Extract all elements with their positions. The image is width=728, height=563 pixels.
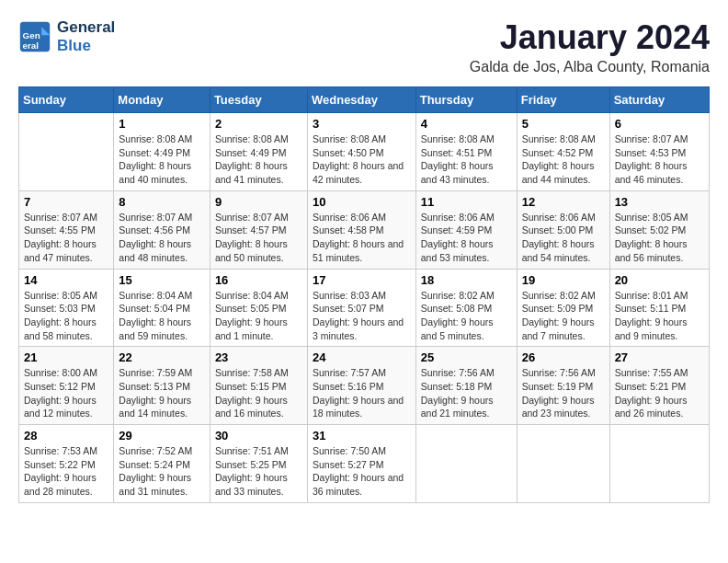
day-info: Sunrise: 7:59 AMSunset: 5:13 PMDaylight:… [119, 366, 205, 420]
calendar-cell: 2Sunrise: 8:08 AMSunset: 4:49 PMDaylight… [210, 113, 307, 191]
day-number: 31 [313, 429, 411, 442]
calendar-cell: 28Sunrise: 7:53 AMSunset: 5:22 PMDayligh… [19, 425, 114, 503]
calendar-cell: 16Sunrise: 8:04 AMSunset: 5:05 PMDayligh… [210, 269, 307, 347]
weekday-header-row: SundayMondayTuesdayWednesdayThursdayFrid… [19, 87, 710, 113]
page-header: Gen eral General Blue January 2024 Galda… [18, 18, 710, 75]
calendar-cell: 19Sunrise: 8:02 AMSunset: 5:09 PMDayligh… [517, 269, 609, 347]
calendar-cell [415, 425, 517, 503]
day-number: 17 [313, 273, 411, 287]
svg-text:eral: eral [23, 40, 40, 51]
day-number: 1 [119, 117, 205, 131]
calendar-week-row: 14Sunrise: 8:05 AMSunset: 5:03 PMDayligh… [19, 269, 710, 347]
day-number: 25 [421, 350, 512, 364]
day-number: 16 [215, 273, 302, 287]
day-info: Sunrise: 7:56 AMSunset: 5:18 PMDaylight:… [421, 366, 512, 420]
day-number: 27 [615, 350, 704, 364]
day-number: 19 [522, 273, 605, 287]
day-number: 14 [24, 273, 108, 287]
day-number: 26 [522, 350, 605, 364]
day-info: Sunrise: 8:02 AMSunset: 5:08 PMDaylight:… [421, 289, 512, 343]
logo: Gen eral General Blue [18, 18, 115, 55]
calendar-title: January 2024 [470, 18, 710, 57]
day-info: Sunrise: 8:08 AMSunset: 4:52 PMDaylight:… [522, 132, 605, 187]
calendar-cell: 17Sunrise: 8:03 AMSunset: 5:07 PMDayligh… [307, 269, 415, 347]
calendar-cell: 26Sunrise: 7:56 AMSunset: 5:19 PMDayligh… [517, 347, 609, 425]
calendar-cell [517, 425, 609, 503]
day-number: 28 [24, 429, 108, 442]
day-info: Sunrise: 8:05 AMSunset: 5:02 PMDaylight:… [615, 211, 704, 265]
day-info: Sunrise: 8:03 AMSunset: 5:07 PMDaylight:… [313, 289, 411, 343]
day-number: 30 [215, 429, 302, 442]
day-info: Sunrise: 7:57 AMSunset: 5:16 PMDaylight:… [313, 366, 411, 420]
calendar-cell [19, 113, 114, 191]
calendar-week-row: 7Sunrise: 8:07 AMSunset: 4:55 PMDaylight… [19, 190, 710, 269]
day-info: Sunrise: 8:04 AMSunset: 5:04 PMDaylight:… [119, 289, 205, 343]
day-number: 18 [421, 273, 512, 287]
day-info: Sunrise: 7:56 AMSunset: 5:19 PMDaylight:… [522, 366, 605, 420]
day-number: 21 [24, 350, 108, 364]
calendar-cell [609, 425, 709, 503]
day-info: Sunrise: 8:05 AMSunset: 5:03 PMDaylight:… [24, 289, 108, 343]
day-number: 8 [119, 195, 205, 209]
calendar-cell: 5Sunrise: 8:08 AMSunset: 4:52 PMDaylight… [517, 113, 609, 191]
calendar-cell: 30Sunrise: 7:51 AMSunset: 5:25 PMDayligh… [210, 425, 307, 503]
day-number: 22 [119, 350, 205, 364]
day-number: 2 [215, 117, 302, 131]
calendar-cell: 22Sunrise: 7:59 AMSunset: 5:13 PMDayligh… [114, 347, 210, 425]
weekday-header-monday: Monday [114, 87, 210, 113]
logo-text: General Blue [57, 18, 115, 55]
day-number: 10 [313, 195, 411, 209]
calendar-cell: 24Sunrise: 7:57 AMSunset: 5:16 PMDayligh… [307, 347, 415, 425]
calendar-cell: 9Sunrise: 8:07 AMSunset: 4:57 PMDaylight… [210, 190, 307, 269]
calendar-cell: 13Sunrise: 8:05 AMSunset: 5:02 PMDayligh… [609, 190, 709, 269]
day-info: Sunrise: 7:58 AMSunset: 5:15 PMDaylight:… [215, 366, 302, 420]
day-number: 15 [119, 273, 205, 287]
logo-icon: Gen eral [18, 20, 51, 53]
day-number: 6 [615, 117, 704, 131]
calendar-subtitle: Galda de Jos, Alba County, Romania [470, 59, 710, 75]
calendar-week-row: 28Sunrise: 7:53 AMSunset: 5:22 PMDayligh… [19, 425, 710, 503]
day-info: Sunrise: 8:00 AMSunset: 5:12 PMDaylight:… [24, 366, 108, 420]
calendar-cell: 27Sunrise: 7:55 AMSunset: 5:21 PMDayligh… [609, 347, 709, 425]
weekday-header-sunday: Sunday [19, 87, 114, 113]
svg-text:Gen: Gen [23, 30, 40, 40]
day-info: Sunrise: 8:07 AMSunset: 4:57 PMDaylight:… [215, 211, 302, 265]
day-number: 12 [522, 195, 605, 209]
calendar-cell: 11Sunrise: 8:06 AMSunset: 4:59 PMDayligh… [415, 190, 517, 269]
day-info: Sunrise: 8:02 AMSunset: 5:09 PMDaylight:… [522, 289, 605, 343]
calendar-cell: 18Sunrise: 8:02 AMSunset: 5:08 PMDayligh… [415, 269, 517, 347]
calendar-cell: 23Sunrise: 7:58 AMSunset: 5:15 PMDayligh… [210, 347, 307, 425]
day-info: Sunrise: 8:08 AMSunset: 4:51 PMDaylight:… [421, 132, 512, 187]
day-info: Sunrise: 7:53 AMSunset: 5:22 PMDaylight:… [24, 444, 108, 499]
day-info: Sunrise: 8:07 AMSunset: 4:55 PMDaylight:… [24, 211, 108, 265]
weekday-header-saturday: Saturday [609, 87, 709, 113]
day-number: 4 [421, 117, 512, 131]
calendar-cell: 3Sunrise: 8:08 AMSunset: 4:50 PMDaylight… [307, 113, 415, 191]
calendar-cell: 25Sunrise: 7:56 AMSunset: 5:18 PMDayligh… [415, 347, 517, 425]
calendar-cell: 15Sunrise: 8:04 AMSunset: 5:04 PMDayligh… [114, 269, 210, 347]
calendar-cell: 8Sunrise: 8:07 AMSunset: 4:56 PMDaylight… [114, 190, 210, 269]
calendar-cell: 10Sunrise: 8:06 AMSunset: 4:58 PMDayligh… [307, 190, 415, 269]
weekday-header-wednesday: Wednesday [307, 87, 415, 113]
day-number: 24 [313, 350, 411, 364]
day-info: Sunrise: 8:06 AMSunset: 4:59 PMDaylight:… [421, 211, 512, 265]
calendar-cell: 12Sunrise: 8:06 AMSunset: 5:00 PMDayligh… [517, 190, 609, 269]
calendar-week-row: 1Sunrise: 8:08 AMSunset: 4:49 PMDaylight… [19, 113, 710, 191]
day-info: Sunrise: 7:55 AMSunset: 5:21 PMDaylight:… [615, 366, 704, 420]
weekday-header-thursday: Thursday [415, 87, 517, 113]
calendar-cell: 6Sunrise: 8:07 AMSunset: 4:53 PMDaylight… [609, 113, 709, 191]
calendar-cell: 1Sunrise: 8:08 AMSunset: 4:49 PMDaylight… [114, 113, 210, 191]
day-info: Sunrise: 8:08 AMSunset: 4:50 PMDaylight:… [313, 132, 411, 187]
weekday-header-tuesday: Tuesday [210, 87, 307, 113]
calendar-cell: 20Sunrise: 8:01 AMSunset: 5:11 PMDayligh… [609, 269, 709, 347]
day-number: 29 [119, 429, 205, 442]
calendar-cell: 14Sunrise: 8:05 AMSunset: 5:03 PMDayligh… [19, 269, 114, 347]
calendar-week-row: 21Sunrise: 8:00 AMSunset: 5:12 PMDayligh… [19, 347, 710, 425]
day-info: Sunrise: 7:50 AMSunset: 5:27 PMDaylight:… [313, 444, 411, 499]
day-number: 3 [313, 117, 411, 131]
day-info: Sunrise: 8:07 AMSunset: 4:53 PMDaylight:… [615, 132, 704, 187]
calendar-cell: 21Sunrise: 8:00 AMSunset: 5:12 PMDayligh… [19, 347, 114, 425]
day-number: 20 [615, 273, 704, 287]
day-info: Sunrise: 8:06 AMSunset: 5:00 PMDaylight:… [522, 211, 605, 265]
day-info: Sunrise: 8:08 AMSunset: 4:49 PMDaylight:… [119, 132, 205, 187]
